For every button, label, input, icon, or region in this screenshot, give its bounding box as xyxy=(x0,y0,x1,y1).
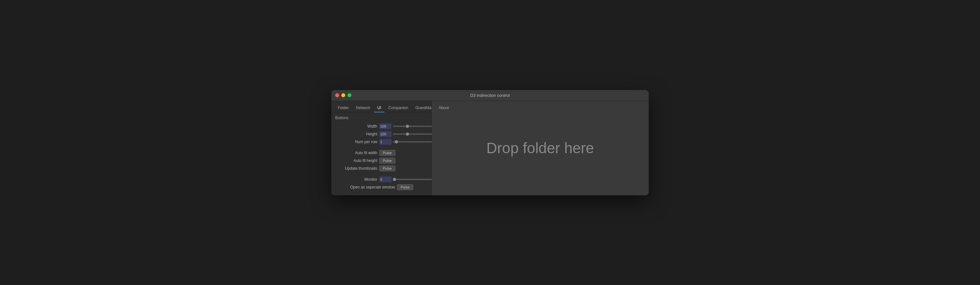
traffic-lights xyxy=(335,93,352,97)
tab-grandma[interactable]: GrandMa xyxy=(412,103,434,112)
open-separate-window-button[interactable]: Pulse xyxy=(397,184,413,190)
auto-fit-height-button[interactable]: Pulse xyxy=(379,158,395,164)
monitor-input[interactable] xyxy=(379,177,391,182)
auto-fit-width-button[interactable]: Pulse xyxy=(379,150,395,156)
width-slider[interactable] xyxy=(393,126,434,127)
section-buttons-label: Buttons xyxy=(335,116,428,120)
auto-fit-height-label: Auto fit height xyxy=(335,158,377,163)
num-per-row-label: Num per row xyxy=(335,140,377,144)
tab-bar: Folder Network UI Companion GrandMa Abou… xyxy=(331,101,431,112)
monitor-slider[interactable] xyxy=(393,179,434,180)
titlebar: D3 indirection control xyxy=(331,90,649,101)
main-window: D3 indirection control Folder Network UI… xyxy=(331,90,649,195)
num-per-row-slider[interactable] xyxy=(393,141,434,142)
drop-folder-text: Drop folder here xyxy=(487,139,594,157)
width-label: Width xyxy=(335,124,377,129)
monitor-label: Monitor xyxy=(335,177,377,182)
tab-ui[interactable]: UI xyxy=(374,103,384,112)
update-thumbnails-label: Update thumbnails xyxy=(335,166,377,171)
auto-fit-width-label: Auto fit width xyxy=(335,151,377,155)
width-input[interactable] xyxy=(379,123,391,129)
open-separate-window-row: Open as seperate window Pulse xyxy=(335,184,428,190)
window-body: Folder Network UI Companion GrandMa Abou… xyxy=(331,101,649,195)
update-thumbnails-row: Update thumbnails Pulse xyxy=(335,166,428,171)
content-area: Buttons Width Height Num per row xyxy=(331,112,431,195)
close-button[interactable] xyxy=(335,93,339,97)
window-title: D3 indirection control xyxy=(470,93,510,98)
height-input[interactable] xyxy=(379,131,391,137)
tab-about[interactable]: About xyxy=(435,103,452,112)
maximize-button[interactable] xyxy=(347,93,352,97)
num-per-row-row: Num per row xyxy=(335,139,428,145)
auto-fit-height-row: Auto fit height Pulse xyxy=(335,158,428,164)
right-panel[interactable]: Drop folder here xyxy=(432,101,649,195)
tab-network[interactable]: Network xyxy=(353,103,374,112)
update-thumbnails-button[interactable]: Pulse xyxy=(379,166,395,171)
left-panel: Folder Network UI Companion GrandMa Abou… xyxy=(331,101,432,195)
height-row: Height xyxy=(335,131,428,137)
width-row: Width xyxy=(335,123,428,129)
height-slider[interactable] xyxy=(393,134,434,135)
num-per-row-input[interactable] xyxy=(379,139,391,145)
monitor-row: Monitor xyxy=(335,177,428,182)
height-label: Height xyxy=(335,132,377,136)
minimize-button[interactable] xyxy=(341,93,345,97)
open-separate-window-label: Open as seperate window xyxy=(335,185,395,189)
tab-folder[interactable]: Folder xyxy=(334,103,352,112)
tab-companion[interactable]: Companion xyxy=(385,103,411,112)
auto-fit-width-row: Auto fit width Pulse xyxy=(335,150,428,156)
